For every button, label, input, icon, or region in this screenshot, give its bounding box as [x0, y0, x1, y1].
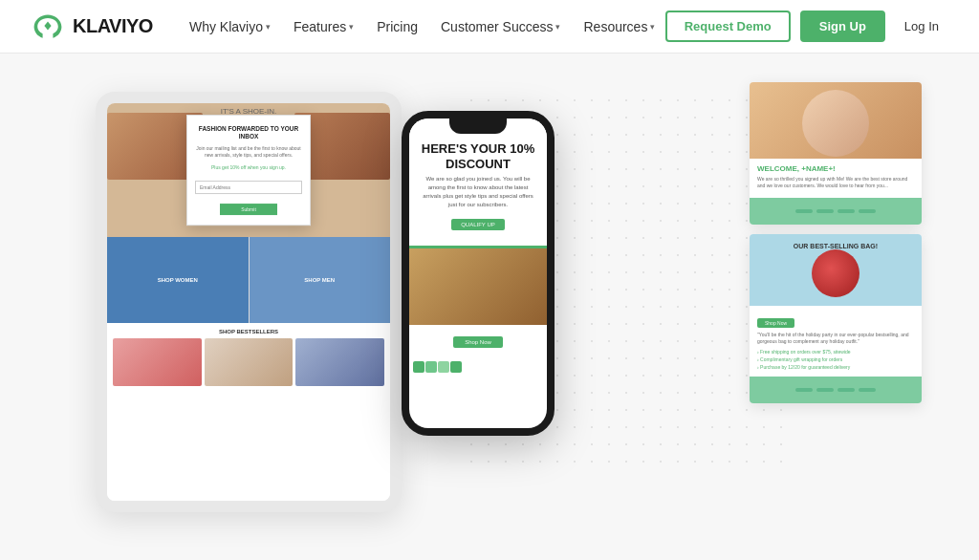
- phone-screen: HERE'S YOUR 10% DISCOUNT We are so glad …: [409, 118, 547, 428]
- phone-product-image: [409, 248, 547, 325]
- phone-nav-dot: [425, 361, 437, 373]
- footer-nav-dot: [816, 388, 834, 392]
- phone-notch: [449, 118, 507, 134]
- phone-discount-title: HERE'S YOUR 10% DISCOUNT: [421, 141, 535, 171]
- footer-nav-dot: [795, 209, 813, 213]
- tablet-shop-women[interactable]: SHOP WOMEN: [107, 237, 249, 323]
- footer-nav-dot: [816, 209, 834, 213]
- phone-mockup: HERE'S YOUR 10% DISCOUNT We are so glad …: [402, 111, 555, 436]
- logo[interactable]: KLAVIYO: [31, 12, 153, 41]
- welcome-email-title: WELCOME, +NAME+!: [757, 164, 914, 173]
- bag-product-image: [812, 249, 859, 297]
- chevron-down-icon: ▾: [349, 22, 354, 32]
- tablet-bestsellers-grid: [113, 338, 384, 386]
- nav-item-pricing[interactable]: Pricing: [367, 13, 427, 40]
- tablet-popup-link: Plus get 10% off when you sign up.: [195, 164, 302, 170]
- nav-item-features[interactable]: Features ▾: [284, 13, 363, 40]
- footer-nav-dot: [859, 388, 876, 392]
- bag-email-footer: [750, 377, 922, 403]
- welcome-email-face: [802, 90, 869, 157]
- nav-item-resources[interactable]: Resources ▾: [574, 13, 664, 40]
- nav-label: Resources: [583, 19, 647, 34]
- nav-links: Why Klaviyo ▾ Features ▾ Pricing Custome…: [180, 13, 665, 40]
- sign-up-button[interactable]: Sign Up: [800, 11, 885, 42]
- welcome-email-body: WELCOME, +NAME+! We are so thrilled you …: [750, 159, 922, 198]
- nav-item-why-klaviyo[interactable]: Why Klaviyo ▾: [180, 13, 280, 40]
- klaviyo-logo-icon: [31, 12, 65, 41]
- chevron-down-icon: ▾: [266, 22, 271, 32]
- tablet-popup-body: Join our mailing list and be the first t…: [195, 145, 302, 159]
- phone-nav-dot: [450, 361, 462, 373]
- phone-discount-section: HERE'S YOUR 10% DISCOUNT We are so glad …: [409, 118, 547, 248]
- tablet-shop-men[interactable]: SHOP MEN: [250, 237, 391, 323]
- list-item: Complimentary gift wrapping for orders: [757, 355, 914, 363]
- nav-label: Features: [294, 19, 346, 34]
- tablet-popup-title: FASHION FORWARDED TO YOUR INBOX: [195, 125, 302, 141]
- email-cards-section: WELCOME, +NAME+! We are so thrilled you …: [750, 82, 922, 403]
- tablet-hero-image: IT'S A SHOE-IN. FASHION FORWARDED TO YOU…: [107, 103, 390, 237]
- footer-nav-dot: [838, 209, 855, 213]
- footer-nav-dot: [859, 209, 876, 213]
- bag-email-hero: OUR BEST-SELLING BAG!: [750, 234, 922, 306]
- chevron-down-icon: ▾: [555, 22, 560, 32]
- hero-section: IT'S A SHOE-IN. FASHION FORWARDED TO YOU…: [0, 54, 979, 560]
- phone-nav-footer: [409, 357, 547, 377]
- footer-nav-dot: [838, 388, 855, 392]
- bag-list: Free shipping on orders over $75, sitewi…: [757, 348, 914, 371]
- welcome-email-text: We are so thrilled you signed up with Me…: [757, 176, 914, 189]
- tablet-popup-email-input[interactable]: [195, 181, 302, 194]
- bestseller-item: [295, 338, 384, 386]
- tablet-popup-submit-button[interactable]: Submit: [220, 204, 277, 215]
- navigation: KLAVIYO Why Klaviyo ▾ Features ▾ Pricing…: [0, 0, 979, 54]
- log-in-link[interactable]: Log In: [895, 12, 948, 40]
- phone-discount-subtitle: We are so glad you joined us. You will b…: [421, 175, 535, 209]
- nav-label: Customer Success: [441, 19, 553, 34]
- welcome-email-card: WELCOME, +NAME+! We are so thrilled you …: [750, 82, 922, 225]
- footer-nav-dot: [795, 388, 813, 392]
- bag-email-body: Shop Now "You'll be the hit of the holid…: [750, 306, 922, 377]
- request-demo-button[interactable]: Request Demo: [665, 11, 791, 42]
- bag-email-hero-title: OUR BEST-SELLING BAG!: [794, 243, 878, 249]
- phone-nav-dot: [413, 361, 424, 373]
- bag-email-card: OUR BEST-SELLING BAG! Shop Now "You'll b…: [750, 234, 922, 403]
- phone-qualify-button[interactable]: QUALIFY UP: [451, 219, 505, 230]
- list-item: Free shipping on orders over $75, sitewi…: [757, 348, 914, 355]
- welcome-email-footer: [750, 198, 922, 225]
- tablet-shop-grid: SHOP WOMEN SHOP MEN: [107, 237, 390, 323]
- tablet-bestsellers: SHOP BESTSELLERS: [107, 323, 390, 501]
- welcome-email-photo: [750, 82, 922, 159]
- tablet-mockup: IT'S A SHOE-IN. FASHION FORWARDED TO YOU…: [96, 92, 402, 512]
- tablet-popup: FASHION FORWARDED TO YOUR INBOX Join our…: [186, 115, 311, 226]
- bag-quote-text: "You'll be the hit of the holiday party …: [757, 332, 914, 345]
- bestseller-item: [113, 338, 202, 386]
- bestseller-item: [205, 338, 294, 386]
- nav-label: Why Klaviyo: [189, 19, 263, 34]
- bag-shop-button[interactable]: Shop Now: [757, 318, 794, 328]
- list-item: Purchase by 12/20 for guaranteed deliver…: [757, 363, 914, 371]
- nav-label: Pricing: [377, 19, 418, 34]
- phone-shop-button[interactable]: Shop Now: [453, 336, 503, 348]
- nav-actions: Request Demo Sign Up Log In: [665, 11, 948, 42]
- tablet-bestsellers-title: SHOP BESTSELLERS: [113, 329, 384, 334]
- phone-nav-dot: [438, 361, 449, 373]
- logo-text: KLAVIYO: [73, 15, 153, 37]
- nav-item-customer-success[interactable]: Customer Success ▾: [431, 13, 570, 40]
- chevron-down-icon: ▾: [650, 22, 655, 32]
